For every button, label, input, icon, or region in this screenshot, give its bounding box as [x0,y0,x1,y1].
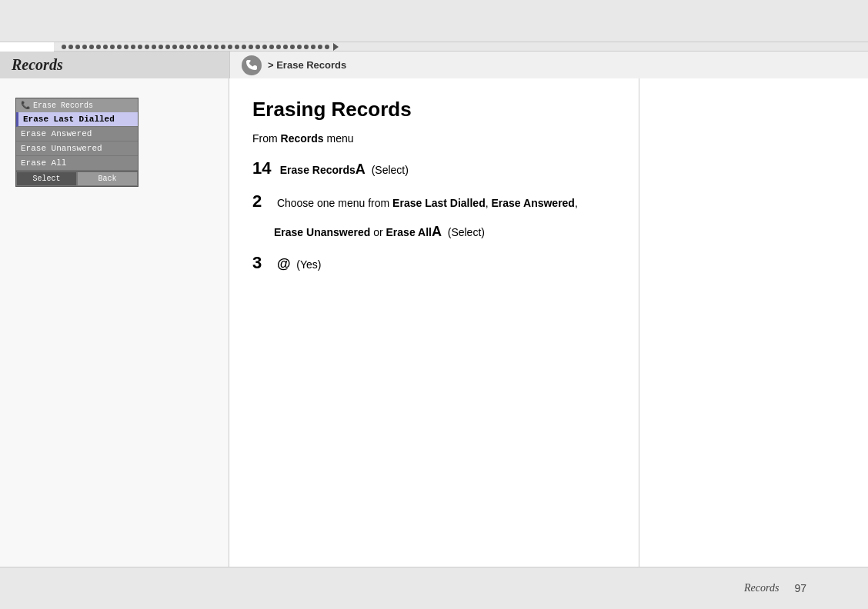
step-3-number: 3 [252,249,274,276]
intro-end: menu [326,132,353,145]
back-button[interactable]: Back [77,171,138,186]
intro-from: From [252,132,278,145]
step-3-content: @ (Yes) [274,253,321,275]
intro-bold: Records [281,132,324,145]
menu-header-label: Erase Records [33,102,93,110]
step-1-content: Erase RecordsA (Select) [274,158,409,181]
footer: Records 97 [0,567,868,609]
step-2-content: Choose one menu from Erase Last Dialled,… [274,195,578,211]
select-button[interactable]: Select [16,171,77,186]
breadcrumb-area: > Erase Records [242,55,346,75]
footer-page-number: 97 [794,582,806,594]
menu-item-erase-last-dialled[interactable]: Erase Last Dialled [16,112,138,127]
intro-paragraph: From Records menu [252,131,837,147]
left-sidebar: 📞 Erase Records Erase Last Dialled Erase… [0,78,229,567]
step-2-number: 2 [252,188,274,215]
step-3: 3 @ (Yes) [252,249,837,276]
progress-strip [54,42,868,52]
section-title-area: Records [0,52,229,78]
menu-item-erase-all[interactable]: Erase All [16,156,138,171]
vertical-divider [639,78,639,567]
right-content-area: Erasing Records From Records menu 14 Era… [229,78,868,567]
step-1-action: Erase Records [280,164,356,176]
menu-header: 📞 Erase Records [16,98,138,112]
phone-icon [242,55,262,75]
menu-buttons: Select Back [16,171,138,186]
phone-menu-widget: 📞 Erase Records Erase Last Dialled Erase… [15,98,139,187]
right-header: > Erase Records [229,52,868,78]
step-2-row: 2 Choose one menu from Erase Last Dialle… [252,188,837,215]
page-heading: Erasing Records [252,98,837,121]
menu-item-erase-answered[interactable]: Erase Answered [16,127,138,141]
step-1-number: 14 [252,155,274,181]
menu-header-icon: 📞 [21,101,30,110]
breadcrumb-text: > Erase Records [268,59,346,71]
step-2-indent: Erase Unanswered or Erase AllA (Select) [252,221,837,243]
menu-item-erase-unanswered[interactable]: Erase Unanswered [16,141,138,156]
footer-section: Records [744,582,779,594]
section-title: Records [12,56,63,74]
step-1-select: (Select) [372,164,409,176]
step-1-key: A [356,161,366,177]
step-1: 14 Erase RecordsA (Select) [252,155,837,181]
header-bar: Records > Erase Records [0,0,868,42]
step-2: 2 Choose one menu from Erase Last Dialle… [252,188,837,243]
main-content: 📞 Erase Records Erase Last Dialled Erase… [0,78,868,567]
progress-dots [54,42,868,51]
